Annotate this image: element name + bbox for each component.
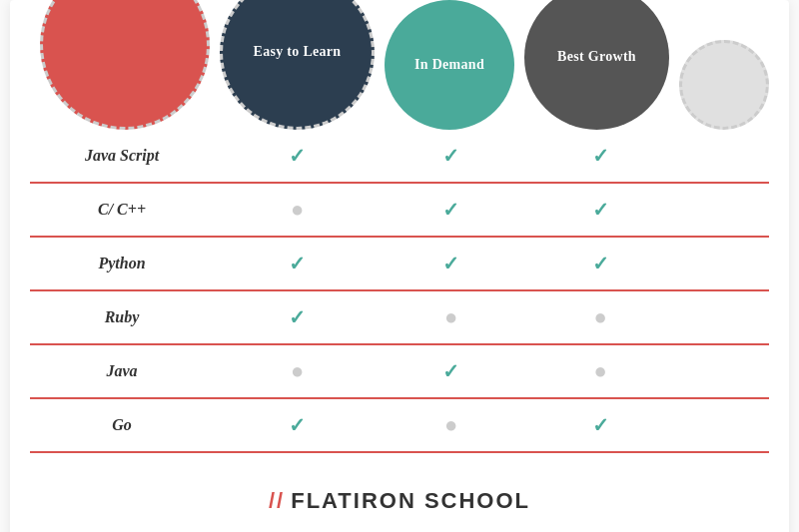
- extra-cell: [679, 344, 769, 398]
- check-icon: ✓: [289, 145, 306, 167]
- check-icon: ✓: [592, 145, 609, 167]
- bubble-in-demand: In Demand: [385, 0, 514, 130]
- check-icon: ✓: [442, 199, 459, 221]
- lang-name-cell: Java: [30, 344, 214, 398]
- table-wrapper: Java Script✓✓✓C/ C++●✓✓Python✓✓✓Ruby✓●●J…: [10, 130, 789, 453]
- check-icon: ✓: [442, 253, 459, 274]
- dot-icon: ●: [594, 358, 607, 383]
- dot-icon: ●: [444, 304, 457, 329]
- table-row: C/ C++●✓✓: [30, 183, 769, 237]
- bubble-language: [40, 0, 210, 130]
- lang-name-cell: Java Script: [30, 130, 214, 183]
- check-icon: ✓: [289, 306, 306, 328]
- table-row: Python✓✓✓: [30, 237, 769, 290]
- extra-cell: [679, 130, 769, 183]
- growth-cell: ●: [521, 290, 679, 344]
- extra-cell: [679, 237, 769, 290]
- demand-cell: ✓: [381, 344, 521, 398]
- bubble-growth-label: Best Growth: [547, 38, 646, 76]
- table-row: Ruby✓●●: [30, 290, 769, 344]
- brand-text: FLATIRON SCHOOL: [291, 488, 530, 513]
- easy-cell: ✓: [214, 290, 381, 344]
- lang-name-cell: Go: [30, 398, 214, 452]
- bubble-easy-to-learn: Easy to Learn: [220, 0, 375, 130]
- main-card: Easy to Learn In Demand Best Growth Java…: [10, 0, 789, 532]
- demand-cell: ●: [381, 398, 521, 452]
- dot-icon: ●: [444, 412, 457, 437]
- dot-icon: ●: [291, 358, 304, 383]
- bubbles-header: Easy to Learn In Demand Best Growth: [10, 0, 789, 130]
- brand-name: //FLATIRON SCHOOL: [269, 488, 530, 513]
- check-icon: ✓: [592, 414, 609, 436]
- extra-cell: [679, 398, 769, 452]
- lang-name-cell: C/ C++: [30, 183, 214, 237]
- extra-cell: [679, 183, 769, 237]
- growth-cell: ✓: [521, 130, 679, 183]
- comparison-table: Java Script✓✓✓C/ C++●✓✓Python✓✓✓Ruby✓●●J…: [30, 130, 769, 453]
- easy-cell: ✓: [214, 130, 381, 183]
- demand-cell: ✓: [381, 237, 521, 290]
- check-icon: ✓: [289, 253, 306, 274]
- growth-cell: ●: [521, 344, 679, 398]
- table-row: Go✓●✓: [30, 398, 769, 452]
- check-icon: ✓: [592, 199, 609, 221]
- demand-cell: ●: [381, 290, 521, 344]
- check-icon: ✓: [592, 253, 609, 274]
- table-row: Java Script✓✓✓: [30, 130, 769, 183]
- table-row: Java●✓●: [30, 344, 769, 398]
- lang-name-cell: Python: [30, 237, 214, 290]
- easy-cell: ✓: [214, 237, 381, 290]
- growth-cell: ✓: [521, 183, 679, 237]
- bubble-best-growth: Best Growth: [524, 0, 669, 130]
- dot-icon: ●: [594, 304, 607, 329]
- easy-cell: ✓: [214, 398, 381, 452]
- brand-slashes: //: [269, 488, 285, 513]
- bubble-easy-label: Easy to Learn: [244, 33, 352, 71]
- lang-name-cell: Ruby: [30, 290, 214, 344]
- easy-cell: ●: [214, 344, 381, 398]
- check-icon: ✓: [442, 360, 459, 382]
- demand-cell: ✓: [381, 183, 521, 237]
- check-icon: ✓: [442, 145, 459, 167]
- footer: //FLATIRON SCHOOL: [10, 478, 789, 514]
- growth-cell: ✓: [521, 398, 679, 452]
- growth-cell: ✓: [521, 237, 679, 290]
- bubble-extra: [679, 40, 769, 130]
- check-icon: ✓: [289, 414, 306, 436]
- bubble-demand-label: In Demand: [404, 46, 494, 84]
- easy-cell: ●: [214, 183, 381, 237]
- demand-cell: ✓: [381, 130, 521, 183]
- extra-cell: [679, 290, 769, 344]
- dot-icon: ●: [291, 197, 304, 222]
